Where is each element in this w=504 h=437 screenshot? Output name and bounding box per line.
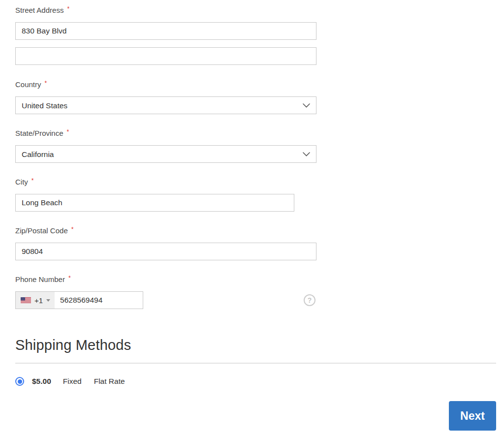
state-label: State/Province* xyxy=(15,127,504,138)
shipping-carrier-title: Flat Rate xyxy=(94,377,125,386)
zip-label-text: Zip/Postal Code xyxy=(15,226,68,235)
street-address-field-group: Street Address* xyxy=(15,4,504,65)
state-label-text: State/Province xyxy=(15,129,63,137)
shipping-address-form: Street Address* Country* United States S… xyxy=(0,0,504,431)
zip-field-group: Zip/Postal Code* xyxy=(15,225,504,260)
required-asterisk: * xyxy=(71,226,74,233)
city-label-text: City xyxy=(15,178,28,186)
shipping-method-row: $5.00 Fixed Flat Rate xyxy=(15,377,504,386)
state-select[interactable]: California xyxy=(15,145,316,163)
required-asterisk: * xyxy=(68,275,71,281)
phone-help-icon[interactable]: ? xyxy=(304,294,315,306)
dial-code: +1 xyxy=(34,296,43,305)
city-field-group: City* xyxy=(15,176,504,212)
shipping-method-price: $5.00 xyxy=(32,377,51,386)
phone-label-text: Phone Number xyxy=(15,275,65,283)
phone-number-input[interactable] xyxy=(55,292,143,309)
radio-dot-icon xyxy=(18,379,22,384)
phone-label: Phone Number* xyxy=(15,274,504,284)
next-button[interactable]: Next xyxy=(449,401,496,431)
shipping-method-radio[interactable] xyxy=(15,377,24,386)
us-flag-icon xyxy=(21,297,31,303)
zip-input[interactable] xyxy=(15,243,316,260)
country-label: Country* xyxy=(15,79,504,89)
required-asterisk: * xyxy=(32,177,34,184)
phone-input-group: +1 xyxy=(15,291,143,309)
country-code-dropdown[interactable]: +1 xyxy=(16,292,55,309)
required-asterisk: * xyxy=(67,5,69,12)
city-input[interactable] xyxy=(15,194,294,212)
shipping-methods-title: Shipping Methods xyxy=(15,335,504,355)
country-label-text: Country xyxy=(15,80,41,89)
question-mark-glyph: ? xyxy=(308,296,312,304)
checkout-shipping-page: Street Address* Country* United States S… xyxy=(0,0,504,437)
required-asterisk: * xyxy=(45,80,47,87)
country-select[interactable]: United States xyxy=(15,96,316,114)
section-divider xyxy=(15,363,496,364)
required-asterisk: * xyxy=(67,128,69,135)
city-label: City* xyxy=(15,176,504,187)
shipping-method-title: Fixed xyxy=(63,377,82,386)
phone-field-group: Phone Number* xyxy=(15,274,504,309)
state-field-group: State/Province* California xyxy=(15,127,504,163)
street-address-label-text: Street Address xyxy=(15,6,63,14)
actions-row: Next xyxy=(15,401,504,431)
caret-down-icon xyxy=(46,299,50,302)
country-field-group: Country* United States xyxy=(15,79,504,114)
street-address-label: Street Address* xyxy=(15,4,504,15)
street-address-line2-input[interactable] xyxy=(15,47,316,65)
street-address-line1-input[interactable] xyxy=(15,22,316,40)
zip-label: Zip/Postal Code* xyxy=(15,225,504,235)
